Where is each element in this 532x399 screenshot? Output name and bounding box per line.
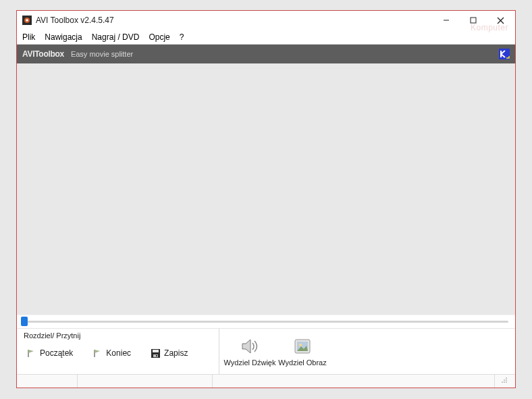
flag-end-icon bbox=[92, 348, 103, 358]
save-label: Zapisz bbox=[164, 348, 188, 358]
svg-point-21 bbox=[504, 381, 505, 383]
menu-opcje[interactable]: Opcje bbox=[149, 32, 169, 42]
brand-bar: AVIToolbox Easy movie splitter bbox=[17, 45, 515, 63]
bottom-toolbar: Rozdziel/ Przytnij Początek bbox=[17, 328, 515, 374]
status-cell-2 bbox=[78, 375, 213, 388]
begin-label: Początek bbox=[40, 348, 73, 358]
extract-audio-label: Wydziel Dźwięk bbox=[224, 358, 276, 367]
slider-track bbox=[24, 321, 508, 323]
app-icon bbox=[22, 16, 32, 25]
svg-point-17 bbox=[506, 377, 507, 379]
svg-point-16 bbox=[299, 344, 302, 346]
menubar: Plik Nawigacja Nagraj / DVD Opcje ? Komp… bbox=[17, 30, 515, 45]
menu-plik[interactable]: Plik bbox=[22, 32, 35, 42]
brand-tagline: Easy movie splitter bbox=[71, 50, 133, 58]
menu-nawigacja[interactable]: Nawigacja bbox=[45, 32, 82, 42]
svg-rect-13 bbox=[156, 355, 157, 356]
brand-name: AVIToolbox bbox=[22, 49, 64, 59]
status-cell-3 bbox=[213, 375, 495, 388]
app-window: AVI Toolbox v2.4.5.47 Plik Nawigacja Nag… bbox=[16, 10, 516, 388]
save-button[interactable]: Zapisz bbox=[148, 345, 190, 361]
status-cell-4 bbox=[495, 375, 515, 388]
minimize-button[interactable] bbox=[433, 11, 460, 29]
preview-area bbox=[17, 63, 515, 315]
group-title: Rozdziel/ Przytnij bbox=[24, 330, 212, 342]
extract-image-label: Wydziel Obraz bbox=[278, 358, 326, 367]
resize-grip-icon[interactable] bbox=[499, 375, 508, 384]
svg-rect-11 bbox=[153, 350, 159, 352]
picture-icon bbox=[292, 336, 313, 356]
svg-point-22 bbox=[506, 381, 507, 383]
svg-point-2 bbox=[26, 19, 28, 22]
kc-logo-icon bbox=[499, 49, 510, 59]
maximize-button[interactable] bbox=[460, 11, 487, 29]
status-cell-1 bbox=[17, 375, 78, 388]
window-controls bbox=[433, 11, 514, 29]
extract-image-button[interactable]: Wydziel Obraz bbox=[276, 336, 329, 367]
menu-help[interactable]: ? bbox=[180, 32, 184, 42]
split-trim-group: Rozdziel/ Przytnij Początek bbox=[17, 329, 219, 374]
window-title: AVI Toolbox v2.4.5.47 bbox=[36, 16, 114, 25]
svg-point-18 bbox=[504, 379, 505, 381]
svg-point-20 bbox=[502, 381, 503, 383]
extract-audio-button[interactable]: Wydziel Dźwięk bbox=[223, 336, 276, 367]
svg-rect-4 bbox=[471, 18, 476, 23]
titlebar: AVI Toolbox v2.4.5.47 bbox=[17, 11, 515, 30]
slider-thumb[interactable] bbox=[21, 317, 28, 326]
close-button[interactable] bbox=[487, 11, 514, 29]
extract-group: Wydziel Dźwięk Wydziel Obraz bbox=[219, 329, 333, 374]
speaker-icon bbox=[240, 336, 260, 356]
floppy-save-icon bbox=[150, 348, 161, 358]
end-button[interactable]: Koniec bbox=[90, 345, 133, 361]
timeline-slider[interactable] bbox=[17, 315, 515, 328]
statusbar bbox=[17, 374, 515, 388]
svg-point-19 bbox=[506, 379, 507, 381]
menu-nagraj-dvd[interactable]: Nagraj / DVD bbox=[92, 32, 140, 42]
flag-begin-icon bbox=[26, 348, 36, 358]
end-label: Koniec bbox=[106, 348, 131, 358]
begin-button[interactable]: Początek bbox=[24, 345, 75, 361]
